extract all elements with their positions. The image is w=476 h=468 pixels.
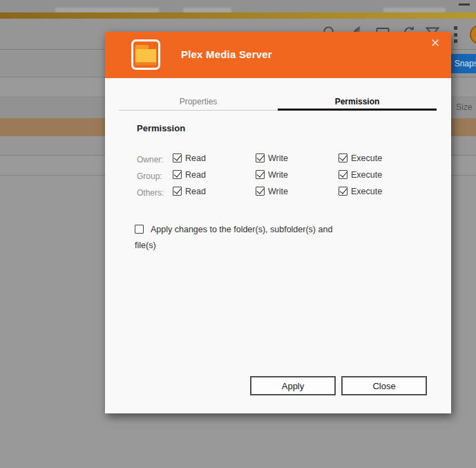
checkbox-icon[interactable] — [173, 187, 182, 196]
owner-execute-checkbox[interactable]: Execute — [339, 153, 382, 163]
apply-scope-label: Apply changes to the folder(s), subfolde… — [135, 225, 332, 250]
apply-button[interactable]: Apply — [250, 376, 336, 395]
checkbox-icon[interactable] — [339, 153, 348, 162]
size-column-header[interactable]: Size — [456, 102, 472, 112]
checkbox-icon[interactable] — [173, 170, 182, 179]
tab-permission[interactable]: Permission — [278, 93, 437, 111]
row-label: Group: — [137, 171, 162, 181]
folder-icon — [131, 39, 160, 70]
checkbox-icon[interactable] — [339, 187, 348, 196]
folder-properties-dialog: Plex Media Server ✕ Properties Permissio… — [105, 32, 451, 413]
minimize-dash-icon[interactable] — [459, 3, 470, 6]
permission-row-others: Others: Read Write Execute — [137, 186, 434, 200]
owner-write-checkbox[interactable]: Write — [256, 153, 288, 163]
others-write-checkbox[interactable]: Write — [256, 186, 288, 196]
dialog-header: Plex Media Server ✕ — [105, 32, 451, 78]
checkbox-icon[interactable] — [256, 170, 265, 179]
others-read-checkbox[interactable]: Read — [173, 186, 206, 196]
checkbox-icon[interactable] — [256, 153, 265, 162]
apply-scope-checkbox[interactable]: Apply changes to the folder(s), subfolde… — [135, 222, 342, 254]
gold-accent-bar — [0, 12, 476, 19]
checkbox-icon[interactable] — [173, 153, 182, 162]
checkbox-icon[interactable] — [135, 225, 144, 234]
close-button[interactable]: Close — [341, 376, 427, 395]
row-label: Owner: — [137, 155, 164, 165]
checkbox-icon[interactable] — [256, 187, 265, 196]
dialog-tabbar: Properties Permission — [119, 93, 437, 111]
group-read-checkbox[interactable]: Read — [173, 169, 206, 180]
browser-top-strip — [0, 0, 476, 12]
row-label: Others: — [137, 188, 164, 198]
checkbox-icon[interactable] — [339, 170, 348, 179]
screen: { "background": { "window": { "minimize_… — [0, 0, 476, 468]
permission-row-group: Group: Read Write Execute — [137, 169, 434, 183]
group-write-checkbox[interactable]: Write — [256, 169, 288, 180]
others-execute-checkbox[interactable]: Execute — [339, 186, 382, 196]
close-icon[interactable]: ✕ — [428, 36, 443, 51]
tab-properties[interactable]: Properties — [119, 93, 278, 111]
permission-section-title: Permission — [137, 123, 185, 133]
kebab-menu-icon[interactable] — [454, 26, 457, 43]
permission-row-owner: Owner: Read Write Execute — [137, 153, 434, 167]
owner-read-checkbox[interactable]: Read — [173, 153, 206, 163]
group-execute-checkbox[interactable]: Execute — [339, 169, 382, 180]
dialog-title: Plex Media Server — [181, 48, 272, 60]
